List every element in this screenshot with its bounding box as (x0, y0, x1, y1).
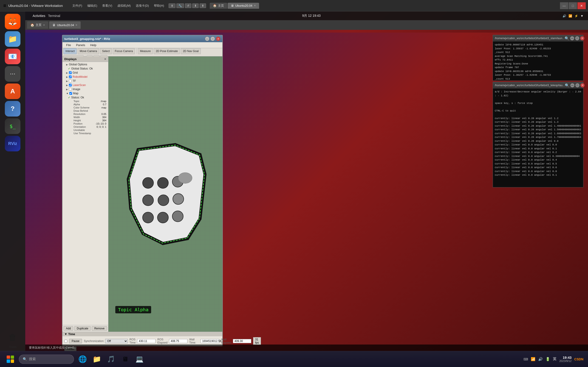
menu-tabs[interactable]: 选项卡(D) (133, 3, 151, 9)
term-line: currently: linear vel 0.26 angular vel 0… (495, 139, 581, 143)
win-logo-blue (7, 359, 10, 363)
windows-button[interactable] (5, 353, 16, 365)
grid-checkbox[interactable] (69, 71, 72, 74)
remove-display-button[interactable]: Remove (92, 326, 107, 331)
terminal-1-close[interactable]: ✕ (580, 36, 584, 40)
system-tray: ⌨ 📶 🔊 🔋 英 19:43 2023/9/12 CSDN (523, 356, 583, 363)
taskbar-icon-files[interactable]: 📁 (91, 353, 103, 365)
arrow-icon-expanded: ▼ (66, 92, 69, 95)
svg-point-8 (173, 194, 183, 204)
settings-icon[interactable]: ▼ (580, 14, 583, 18)
rviz-maximize[interactable]: □ (210, 36, 215, 41)
terminal-1-titlebar: /home/wjx/catkin_ws/src/turtlebot3/turtl… (493, 35, 583, 42)
pause-button[interactable]: ⏸ (169, 3, 175, 8)
taskbar-icon-app3[interactable]: 🎵 (105, 353, 117, 365)
svg-point-9 (143, 212, 153, 223)
duplicate-display-button[interactable]: Duplicate (74, 326, 91, 331)
terminal-1-minimize[interactable]: — (570, 36, 574, 40)
taskbar-icon-edge[interactable]: 🌐 (77, 353, 88, 365)
tree-item-laserscan[interactable]: ▶ LaserScan (62, 83, 108, 87)
tree-prop-topic: Topic /map (62, 100, 108, 103)
sidebar-icon-rviz[interactable]: RViz (5, 136, 20, 151)
laserscan-checkbox[interactable] (69, 84, 72, 86)
focus-camera-button[interactable]: Focus Camera (113, 48, 135, 54)
pause-time-button[interactable]: Pause (69, 339, 82, 343)
terminal-1-search[interactable]: 🔍 (565, 36, 569, 41)
toolbar-btn2[interactable]: ↺ (185, 3, 191, 8)
toolbar-btn4[interactable]: ⬆ (199, 3, 206, 8)
terminal-2-minimize[interactable]: — (570, 83, 574, 87)
displays-header: Displays ✕ (62, 56, 108, 62)
pose-estimate-button[interactable]: 2D Pose Estimate (154, 48, 180, 54)
sidebar-icon-files[interactable]: 📁 (5, 31, 20, 47)
toolbar-btn3[interactable]: ⬇ (192, 3, 199, 8)
tree-item-map[interactable]: ▼ Map (62, 91, 108, 95)
terminal-2-maximize[interactable]: □ (575, 83, 579, 87)
terminal-2-close[interactable]: ✕ (580, 83, 585, 87)
terminal-2-body: a/d : Increase/decrease angular velocity… (493, 89, 583, 187)
sidebar-icon-apps[interactable]: ⋯ (5, 66, 20, 82)
terminal-2-title: /home/wjx/catkin_ws/src/turtlebot3/turtl… (495, 84, 565, 87)
menu-rviz-file[interactable]: File (64, 43, 73, 47)
search-bar[interactable]: 🔍 搜索 (19, 355, 74, 364)
svg-point-7 (158, 195, 169, 206)
tf-checkbox[interactable] (69, 80, 72, 82)
file-tab-ubuntu[interactable]: 🖥 Ubuntu20.04 ✕ (49, 21, 81, 29)
add-display-button[interactable]: Add (63, 326, 73, 331)
taskbar-icon-vmware[interactable]: 💻 (134, 353, 145, 365)
menu-file[interactable]: 文件(F) (70, 3, 85, 9)
tree-item-global-options[interactable]: ▶ Global Options (62, 62, 108, 67)
term-line: laser Pose: 1.35937 -1.62499 -2.05233 (495, 47, 581, 51)
nav-goal-button[interactable]: 2D Nav Goal (181, 48, 201, 54)
tree-item-tf[interactable]: ▶ TF (62, 79, 108, 83)
interact-button[interactable]: Interact (63, 48, 77, 54)
map-checkbox[interactable] (69, 92, 72, 95)
robotmodel-checkbox[interactable] (69, 75, 72, 78)
sidebar-icon-terminal[interactable]: $_ (5, 118, 20, 134)
rviz-close[interactable]: ✕ (216, 36, 221, 41)
menu-rviz-panels[interactable]: Panels (74, 43, 87, 47)
map-viewport[interactable]: Topic Alpha (108, 56, 222, 332)
tree-item-robotmodel[interactable]: ▶ RobotModel (62, 75, 108, 79)
tree-item-map-status[interactable]: ✓ Status: Ok (62, 95, 108, 100)
search-icon: 🔍 (23, 357, 27, 361)
select-button[interactable]: Select (100, 48, 112, 54)
tree-item-global-status[interactable]: ✓ Global Status: Ok (62, 67, 108, 71)
svg-point-3 (143, 177, 153, 188)
term-line: currently: linear vel 0.26 angular vel 1… (495, 128, 581, 132)
file-tab-home[interactable]: 🏠 主页 ✕ (27, 21, 48, 29)
tab-ubuntu[interactable]: 🖥 Ubuntu20.04 ✕ (228, 3, 259, 9)
close-button[interactable]: ✕ (578, 2, 586, 9)
image-checkbox[interactable] (69, 88, 72, 91)
move-camera-button[interactable]: Move Camera (78, 48, 99, 54)
measure-button[interactable]: Measure (138, 48, 153, 54)
tree-item-image[interactable]: ▶ Image (62, 87, 108, 91)
maximize-button[interactable]: □ (569, 2, 577, 9)
menu-rviz-help[interactable]: Help (88, 43, 99, 47)
toolbar-btn1[interactable]: 🔧 (176, 3, 184, 8)
minimize-button[interactable]: — (560, 2, 568, 9)
taskbar-icon-app4[interactable]: 🖥 (120, 353, 131, 365)
menu-vm[interactable]: 虚拟机(M) (115, 3, 133, 9)
menu-edit[interactable]: 编辑(E) (85, 3, 99, 9)
sidebar-icon-help[interactable]: ? (5, 101, 20, 117)
sidebar-icon-firefox[interactable]: 🦊 (5, 14, 20, 29)
rviz-minimize[interactable]: — (205, 36, 209, 41)
displays-panel: Displays ✕ ▶ Global Options ✓ Global Sta… (62, 56, 108, 332)
tab-home[interactable]: 🏠 主页 (210, 3, 227, 9)
terminal-2-search[interactable]: 🔍 (565, 83, 569, 88)
menu-help[interactable]: 帮助(H) (152, 3, 166, 9)
sidebar-icon-mail[interactable]: 📧 (5, 49, 20, 64)
pause-checkbox[interactable] (64, 340, 67, 343)
activities-button[interactable]: Activities (30, 13, 48, 19)
panel-close-icon[interactable]: ✕ (104, 58, 106, 61)
sync-select[interactable]: Off Approximate Exact (105, 339, 128, 343)
tree-item-grid[interactable]: ▶ Grid (62, 71, 108, 75)
terminal-1-maximize[interactable]: □ (575, 36, 579, 40)
win-logo-red (7, 356, 10, 359)
tree-prop-orientation: Orientation 0; 0; 0; 1 (62, 125, 108, 128)
terminal-label[interactable]: Terminal (48, 14, 60, 18)
term-line: currently: linear vel 0.26 angular vel 1… (495, 132, 581, 135)
menu-view[interactable]: 查看(V) (100, 3, 114, 9)
sidebar-icon-ubuntu-software[interactable]: A (5, 83, 20, 99)
